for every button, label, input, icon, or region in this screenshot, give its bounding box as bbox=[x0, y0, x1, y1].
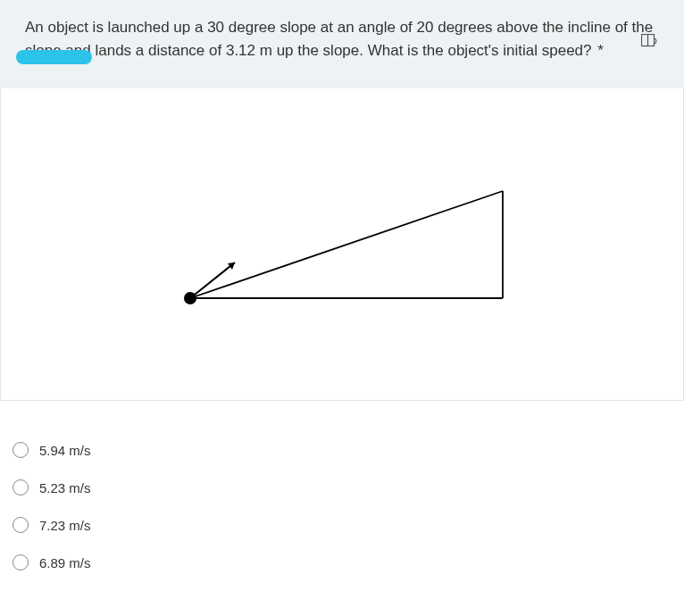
option-b[interactable]: 5.23 m/s bbox=[13, 469, 671, 506]
question-header: An object is launched up a 30 degree slo… bbox=[0, 0, 684, 88]
radio-icon bbox=[13, 517, 29, 533]
question-text: An object is launched up a 30 degree slo… bbox=[25, 16, 659, 62]
incline-diagram bbox=[172, 164, 512, 325]
option-label: 7.23 m/s bbox=[39, 518, 91, 533]
option-label: 5.23 m/s bbox=[39, 480, 91, 495]
svg-line-6 bbox=[190, 262, 235, 298]
highlight-mark bbox=[16, 50, 92, 64]
radio-icon bbox=[13, 442, 29, 458]
option-d[interactable]: 6.89 m/s bbox=[13, 544, 671, 581]
required-asterisk: * bbox=[597, 42, 604, 59]
question-image-area bbox=[0, 88, 684, 401]
radio-icon bbox=[13, 554, 29, 570]
svg-line-4 bbox=[190, 191, 503, 298]
option-a[interactable]: 5.94 m/s bbox=[13, 431, 671, 469]
option-label: 5.94 m/s bbox=[39, 443, 91, 458]
immersive-reader-icon[interactable] bbox=[641, 34, 659, 52]
option-label: 6.89 m/s bbox=[39, 555, 91, 570]
question-body: An object is launched up a 30 degree slo… bbox=[25, 19, 653, 59]
answer-options: 5.94 m/s 5.23 m/s 7.23 m/s 6.89 m/s bbox=[0, 426, 684, 587]
option-c[interactable]: 7.23 m/s bbox=[13, 506, 671, 544]
radio-icon bbox=[13, 479, 29, 495]
